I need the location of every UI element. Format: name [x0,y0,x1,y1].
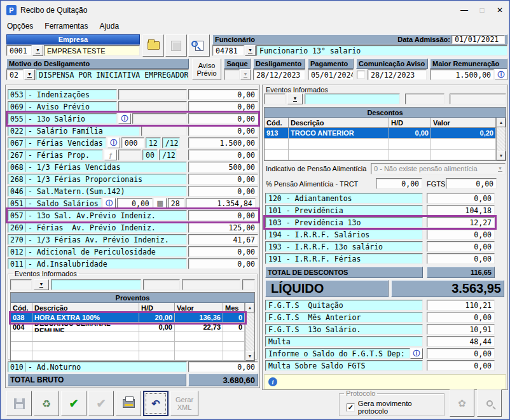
item-value[interactable]: 0,00 [188,186,258,197]
pagamento-field[interactable]: 05/01/2024 [308,69,354,80]
col-cod[interactable]: Cód. [11,303,32,312]
evento-desc-input[interactable] [51,279,141,290]
proventos-row-selected[interactable]: 038 HORA EXTRA 100% 20,00 136,36 0 [11,313,245,323]
multa-saldo-fgts-value[interactable]: 0,00 [427,360,495,371]
item-info-button[interactable]: ⓘ [118,113,131,124]
pensao-trct-field[interactable]: 0,00 [376,178,422,189]
motivo-desc-field[interactable]: DISPENSA POR INICIATIVA EMPREGADOR [36,69,189,80]
funcionario-code-field[interactable]: 04781 [212,45,244,56]
scroll-down-button[interactable]: ▼ [497,151,506,160]
fgts-value[interactable]: 0,00 [427,312,495,323]
item-months-field[interactable]: 00 [142,150,158,160]
funcionario-name-field[interactable]: Funcionario 13° salario [256,45,507,56]
close-button[interactable]: ✕ [491,3,509,18]
desligamento-field[interactable]: 28/12/2023 [253,69,305,80]
item-function-button[interactable]: ƒ [104,150,117,160]
item-value[interactable]: 0,00 [188,125,258,136]
evento-valor-input[interactable] [182,279,240,290]
menu-ajuda[interactable]: Ajuda [93,20,125,32]
evento-hd-input[interactable] [143,279,180,290]
aviso-previo-button[interactable]: Aviso Prévio [192,59,221,80]
menu-ferramentas[interactable]: Ferramentas [39,20,93,32]
descontos-empty-row[interactable] [265,150,496,160]
proventos-empty-row[interactable] [11,332,245,342]
undo-button[interactable]: ↶ [143,391,169,416]
menu-opcoes[interactable]: Opções [1,20,39,32]
col-descricao[interactable]: Descrição [32,303,139,312]
item-value[interactable]: 0,00 [188,89,258,100]
item-info-button[interactable]: ⓘ [103,198,116,209]
print-button[interactable] [116,391,141,416]
maior-remuneracao-field[interactable]: 1.500,00 [430,69,494,80]
col-valor[interactable]: Valor [431,118,496,127]
proventos-scrollbar[interactable]: ▲ ▼ [245,303,254,361]
save-button[interactable] [6,391,32,416]
item-aux-field[interactable]: 0,00 [117,198,153,209]
deducao-value[interactable]: 104,18 [427,205,495,216]
minimize-button[interactable]: — [455,3,473,18]
indicativo-pensao-combo[interactable]: 0 - Não existe pensão alimentícia ▼ [371,163,506,174]
saque-dropdown-button[interactable]: ▼ [240,69,251,80]
descontos-empty-row[interactable] [265,139,496,150]
col-cod[interactable]: Cód. [265,118,289,127]
fgts-value[interactable]: 10,91 [427,324,495,335]
saldo-fgts-value[interactable]: 0,00 [427,348,495,359]
empresa-code-field[interactable]: 0001 [6,45,32,56]
item-months-field[interactable]: 12 [146,137,161,148]
evento-code-input[interactable] [10,279,32,290]
proventos-row[interactable]: 004 DESCANSO SEMANAL REMUNE 0,00 22,73 0 [11,323,245,332]
fgts-value[interactable]: 110,21 [427,300,495,311]
item-value[interactable]: 1.500,00 [188,137,258,148]
col-valor[interactable]: Valor [175,303,223,312]
col-descricao[interactable]: Descrição [289,118,389,127]
maior-remuneracao-info-button[interactable]: ⓘ [495,69,507,80]
motivo-code-field[interactable]: 02 [6,69,24,80]
item-value[interactable]: 0,00 [188,101,258,112]
item-value[interactable]: 125,00 [188,222,258,233]
col-hd[interactable]: H/D [139,303,175,312]
protocolo-checkbox[interactable]: ✓ [347,403,355,412]
data-admissao-field[interactable]: 01/01/2021 [451,35,505,44]
col-hd[interactable]: H/D [389,118,431,127]
item-value[interactable]: 0,00 [188,150,258,160]
scroll-up-button[interactable]: ▲ [497,118,506,127]
item-value[interactable]: 41,67 [188,234,258,245]
scroll-track[interactable] [245,312,254,351]
item-calc-button[interactable]: ▦ [154,198,167,209]
saldo-fgts-info-button[interactable]: ⓘ [410,348,423,359]
descontos-scrollbar[interactable]: ▲ ▼ [496,118,506,160]
item-days-field[interactable]: 28 [168,198,184,209]
evento-desc-input[interactable] [305,94,400,104]
comunicacao-aviso-checkbox[interactable] [357,71,365,79]
item-aux-field[interactable]: 000 [121,137,144,148]
item-info-button[interactable]: ⓘ [107,137,120,148]
item-value[interactable]: 0,00 [188,174,258,185]
saque-field[interactable] [224,69,240,80]
item-value[interactable]: 500,00 [188,162,258,172]
deducao-value[interactable]: 0,00 [427,241,495,252]
proventos-empty-row[interactable] [11,342,245,351]
empresa-name-field[interactable]: EMPRESA TESTE [44,45,140,56]
maximize-button[interactable]: □ [473,3,491,18]
evento-mes-input[interactable] [242,279,255,290]
open-button[interactable] [142,34,164,57]
empresa-dropdown-button[interactable]: ▼ [32,45,43,56]
multa-value[interactable]: 48,44 [427,336,495,347]
pensao-fgts-field[interactable]: 0,00 [446,178,497,189]
funcionario-dropdown-button[interactable]: ▼ [245,45,256,56]
confirm-button[interactable]: ✔ [61,391,86,416]
evento-code-input[interactable] [264,94,286,104]
scroll-down-button[interactable]: ▼ [245,351,254,361]
preview-button[interactable] [188,34,210,57]
evento-dropdown-button[interactable]: ▼ [34,279,49,290]
motivo-dropdown-button[interactable]: ▼ [24,69,35,80]
evento-dropdown-button[interactable]: ▼ [287,94,303,104]
item-value[interactable]: 0,00 [188,246,258,257]
comunicacao-aviso-field[interactable]: 28/12/2023 [368,69,427,80]
scroll-up-button[interactable]: ▲ [245,303,254,312]
delete-button[interactable]: ♻ [34,391,59,416]
evento-valor-input[interactable] [450,94,506,104]
descontos-row-selected[interactable]: 913 TROCO ANTERIOR 0,00 0,20 [265,128,496,139]
deducao-value[interactable]: 0,00 [427,253,495,264]
deducao-value[interactable]: 0,00 [427,229,495,240]
